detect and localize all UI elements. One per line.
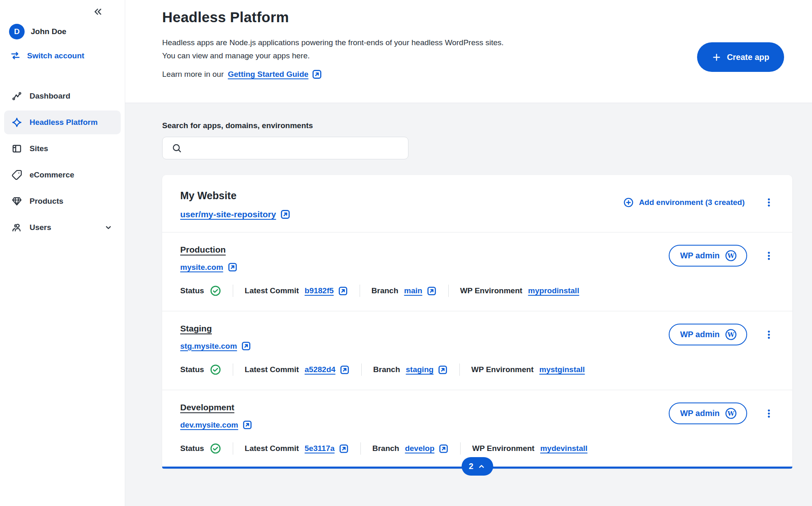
external-link-icon — [438, 365, 448, 375]
app-name: My Website — [180, 190, 291, 202]
commit-link[interactable]: b9182f5 — [305, 286, 348, 296]
environment-menu-button[interactable] — [762, 249, 776, 263]
environment-name-link[interactable]: Production — [180, 245, 226, 254]
description-line-1: Headless apps are Node.js applications p… — [162, 38, 504, 47]
sidebar-item-label: eCommerce — [30, 170, 74, 179]
sidebar-collapse-button[interactable] — [92, 6, 103, 17]
branch-link[interactable]: main — [404, 286, 436, 296]
chevron-down-icon — [103, 223, 113, 232]
wordpress-icon — [725, 407, 737, 420]
external-link-icon — [242, 420, 252, 430]
repository-label: user/my-site-repository — [180, 209, 276, 219]
user-row: D John Doe — [0, 20, 125, 39]
app-card-header: My Website user/my-site-repository Add e… — [162, 175, 792, 232]
branch-link[interactable]: staging — [406, 365, 448, 375]
environment-menu-button[interactable] — [762, 407, 776, 421]
environment-domain-label: mysite.com — [180, 263, 223, 272]
chevron-up-icon — [477, 462, 486, 471]
commit-hash: b9182f5 — [305, 286, 334, 295]
content-section: Search for apps, domains, environments M… — [125, 103, 812, 506]
getting-started-guide-link[interactable]: Getting Started Guide — [228, 69, 322, 80]
price-tag-icon — [11, 170, 22, 180]
branch-name: main — [404, 286, 422, 295]
environment-name-link[interactable]: Staging — [180, 324, 212, 333]
status-label: Status — [180, 365, 204, 374]
divider — [459, 363, 460, 376]
kebab-icon — [764, 408, 774, 419]
sidebar-item-products[interactable]: Products — [4, 189, 121, 213]
user-name: John Doe — [31, 27, 67, 36]
sidebar-item-ecommerce[interactable]: eCommerce — [4, 163, 121, 187]
environment-row-production: Production mysite.com WP admin — [162, 232, 792, 311]
search-box[interactable] — [162, 137, 408, 159]
wp-environment-label: WP Environment — [472, 444, 534, 453]
main-content: Headless Platform Headless apps are Node… — [125, 0, 812, 506]
search-label: Search for apps, domains, environments — [162, 121, 792, 130]
commit-link[interactable]: a5282d4 — [305, 365, 350, 375]
sidebar-item-label: Sites — [30, 144, 48, 153]
create-app-button[interactable]: Create app — [697, 42, 784, 72]
collapse-environments-button[interactable]: 2 — [461, 457, 493, 476]
environment-row-staging: Staging stg.mysite.com WP admin — [162, 311, 792, 390]
divider — [448, 285, 449, 297]
divider — [460, 442, 461, 455]
create-app-label: Create app — [727, 53, 769, 62]
divider — [233, 442, 233, 455]
environment-name-link[interactable]: Development — [180, 402, 234, 412]
wp-environment-link[interactable]: mystginstall — [539, 365, 585, 374]
page-title: Headless Platform — [162, 9, 784, 25]
environment-domain-link[interactable]: dev.mysite.com — [180, 420, 252, 430]
check-circle-icon — [210, 285, 221, 297]
switch-account-link[interactable]: Switch account — [0, 39, 125, 61]
sidebar-item-users[interactable]: Users — [4, 216, 121, 239]
branch-link[interactable]: develop — [405, 444, 449, 454]
app-menu-button[interactable] — [762, 196, 776, 209]
plus-circle-icon — [623, 197, 634, 208]
wp-environment-link[interactable]: mydevinstall — [540, 444, 587, 453]
wp-admin-button[interactable]: WP admin — [669, 245, 747, 267]
check-circle-icon — [210, 443, 221, 454]
environment-domain-link[interactable]: stg.mysite.com — [180, 341, 251, 351]
kebab-icon — [764, 329, 774, 340]
getting-started-guide-label: Getting Started Guide — [228, 70, 308, 79]
avatar[interactable]: D — [9, 24, 25, 39]
latest-commit-label: Latest Commit — [245, 286, 299, 295]
add-environment-link[interactable]: Add environment (3 created) — [623, 197, 745, 208]
divider — [233, 285, 233, 297]
check-circle-icon — [210, 364, 221, 375]
search-icon — [172, 143, 182, 154]
chevrons-left-icon — [92, 6, 103, 17]
wp-admin-button[interactable]: WP admin — [669, 324, 747, 345]
page-description: Headless apps are Node.js applications p… — [162, 36, 784, 62]
environment-menu-button[interactable] — [762, 328, 776, 342]
kebab-icon — [764, 197, 774, 208]
wp-environment-link[interactable]: myprodinstall — [528, 286, 579, 295]
wp-admin-button[interactable]: WP admin — [669, 402, 747, 424]
wp-environment-label: WP Environment — [460, 286, 523, 295]
external-link-icon — [339, 444, 349, 454]
wordpress-icon — [725, 249, 737, 262]
branch-name: develop — [405, 444, 434, 453]
commit-link[interactable]: 5e3117a — [305, 444, 349, 454]
sidebar-item-dashboard[interactable]: Dashboard — [4, 84, 121, 108]
switch-account-icon — [10, 50, 21, 61]
divider — [360, 285, 360, 297]
sidebar-item-label: Dashboard — [30, 92, 70, 101]
sidebar-item-headless-platform[interactable]: Headless Platform — [4, 110, 121, 134]
environment-domain-link[interactable]: mysite.com — [180, 262, 238, 272]
external-link-icon — [227, 262, 238, 272]
branch-label: Branch — [372, 444, 399, 453]
divider — [233, 363, 233, 376]
search-input[interactable] — [188, 144, 401, 153]
external-link-icon — [427, 286, 437, 296]
sidebar-item-label: Users — [30, 223, 51, 232]
plus-icon — [712, 53, 721, 62]
description-line-2: You can view and manage your apps here. — [162, 51, 310, 60]
external-link-icon — [339, 365, 350, 375]
sidebar: D John Doe Switch account Dashboard Head… — [0, 0, 125, 506]
wp-admin-label: WP admin — [680, 251, 720, 260]
latest-commit-label: Latest Commit — [245, 365, 299, 374]
repository-link[interactable]: user/my-site-repository — [180, 209, 291, 220]
sidebar-item-sites[interactable]: Sites — [4, 137, 121, 161]
status-label: Status — [180, 444, 204, 453]
